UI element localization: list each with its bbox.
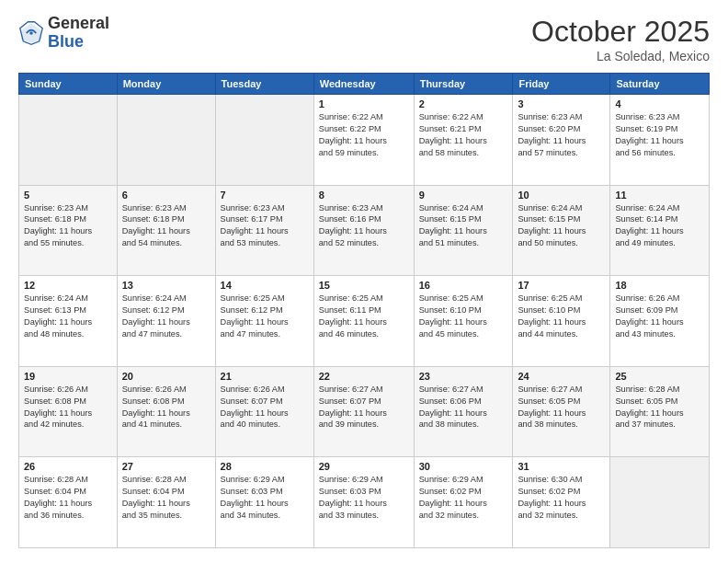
- calendar-cell: 31Sunrise: 6:30 AM Sunset: 6:02 PM Dayli…: [513, 457, 610, 548]
- weekday-header-row: SundayMondayTuesdayWednesdayThursdayFrid…: [19, 74, 710, 95]
- weekday-header-tuesday: Tuesday: [215, 74, 313, 95]
- month-title: October 2025: [531, 15, 710, 49]
- weekday-header-thursday: Thursday: [414, 74, 513, 95]
- calendar-cell: 18Sunrise: 6:26 AM Sunset: 6:09 PM Dayli…: [610, 276, 710, 367]
- day-info: Sunrise: 6:26 AM Sunset: 6:07 PM Dayligh…: [221, 384, 309, 431]
- weekday-header-wednesday: Wednesday: [313, 74, 414, 95]
- day-number: 1: [319, 98, 409, 109]
- day-info: Sunrise: 6:24 AM Sunset: 6:14 PM Dayligh…: [615, 202, 704, 250]
- page: General Blue October 2025 La Soledad, Me…: [0, 0, 728, 563]
- day-number: 7: [221, 190, 309, 201]
- day-info: Sunrise: 6:25 AM Sunset: 6:10 PM Dayligh…: [419, 293, 508, 340]
- calendar-cell: 11Sunrise: 6:24 AM Sunset: 6:14 PM Dayli…: [610, 185, 710, 276]
- day-info: Sunrise: 6:25 AM Sunset: 6:10 PM Dayligh…: [518, 293, 605, 340]
- day-info: Sunrise: 6:29 AM Sunset: 6:02 PM Dayligh…: [419, 474, 508, 522]
- day-number: 3: [518, 98, 605, 109]
- day-number: 10: [518, 190, 605, 201]
- calendar-cell: 17Sunrise: 6:25 AM Sunset: 6:10 PM Dayli…: [513, 276, 610, 367]
- day-number: 29: [319, 461, 409, 472]
- calendar-cell: [610, 457, 710, 548]
- calendar-cell: 24Sunrise: 6:27 AM Sunset: 6:05 PM Dayli…: [513, 366, 610, 457]
- calendar-week-4: 19Sunrise: 6:26 AM Sunset: 6:08 PM Dayli…: [19, 366, 710, 457]
- svg-point-2: [29, 31, 33, 35]
- calendar-cell: 4Sunrise: 6:23 AM Sunset: 6:19 PM Daylig…: [610, 95, 710, 186]
- weekday-header-monday: Monday: [117, 74, 215, 95]
- day-number: 27: [122, 461, 210, 472]
- calendar-cell: 16Sunrise: 6:25 AM Sunset: 6:10 PM Dayli…: [414, 276, 513, 367]
- day-number: 24: [518, 371, 605, 382]
- day-number: 21: [221, 371, 309, 382]
- calendar-cell: [215, 95, 313, 186]
- day-number: 20: [122, 371, 210, 382]
- calendar-cell: 1Sunrise: 6:22 AM Sunset: 6:22 PM Daylig…: [313, 95, 414, 186]
- day-info: Sunrise: 6:28 AM Sunset: 6:04 PM Dayligh…: [24, 474, 112, 522]
- day-info: Sunrise: 6:29 AM Sunset: 6:03 PM Dayligh…: [221, 474, 309, 522]
- day-number: 11: [615, 190, 704, 201]
- day-number: 19: [24, 371, 112, 382]
- calendar-cell: [19, 95, 118, 186]
- day-info: Sunrise: 6:29 AM Sunset: 6:03 PM Dayligh…: [319, 474, 409, 522]
- weekday-header-friday: Friday: [513, 74, 610, 95]
- calendar-cell: 28Sunrise: 6:29 AM Sunset: 6:03 PM Dayli…: [215, 457, 313, 548]
- calendar-cell: 10Sunrise: 6:24 AM Sunset: 6:15 PM Dayli…: [513, 185, 610, 276]
- calendar-week-2: 5Sunrise: 6:23 AM Sunset: 6:18 PM Daylig…: [19, 185, 710, 276]
- day-info: Sunrise: 6:23 AM Sunset: 6:18 PM Dayligh…: [24, 202, 112, 250]
- day-info: Sunrise: 6:25 AM Sunset: 6:11 PM Dayligh…: [319, 293, 409, 340]
- day-number: 8: [319, 190, 409, 201]
- calendar-cell: 19Sunrise: 6:26 AM Sunset: 6:08 PM Dayli…: [19, 366, 118, 457]
- day-number: 12: [24, 280, 112, 291]
- calendar-cell: 12Sunrise: 6:24 AM Sunset: 6:13 PM Dayli…: [19, 276, 118, 367]
- calendar-cell: 9Sunrise: 6:24 AM Sunset: 6:15 PM Daylig…: [414, 185, 513, 276]
- calendar-cell: 22Sunrise: 6:27 AM Sunset: 6:07 PM Dayli…: [313, 366, 414, 457]
- logo: General Blue: [18, 15, 109, 52]
- day-info: Sunrise: 6:24 AM Sunset: 6:15 PM Dayligh…: [419, 202, 508, 250]
- day-info: Sunrise: 6:23 AM Sunset: 6:20 PM Dayligh…: [518, 111, 605, 159]
- day-number: 2: [419, 98, 508, 109]
- calendar-cell: 25Sunrise: 6:28 AM Sunset: 6:05 PM Dayli…: [610, 366, 710, 457]
- calendar-cell: 5Sunrise: 6:23 AM Sunset: 6:18 PM Daylig…: [19, 185, 118, 276]
- day-info: Sunrise: 6:30 AM Sunset: 6:02 PM Dayligh…: [518, 474, 605, 522]
- day-number: 14: [221, 280, 309, 291]
- day-info: Sunrise: 6:26 AM Sunset: 6:08 PM Dayligh…: [122, 384, 210, 431]
- calendar-cell: 26Sunrise: 6:28 AM Sunset: 6:04 PM Dayli…: [19, 457, 118, 548]
- calendar-cell: 30Sunrise: 6:29 AM Sunset: 6:02 PM Dayli…: [414, 457, 513, 548]
- calendar-cell: 2Sunrise: 6:22 AM Sunset: 6:21 PM Daylig…: [414, 95, 513, 186]
- calendar-cell: 14Sunrise: 6:25 AM Sunset: 6:12 PM Dayli…: [215, 276, 313, 367]
- day-info: Sunrise: 6:23 AM Sunset: 6:17 PM Dayligh…: [221, 202, 309, 250]
- calendar-week-1: 1Sunrise: 6:22 AM Sunset: 6:22 PM Daylig…: [19, 95, 710, 186]
- day-info: Sunrise: 6:22 AM Sunset: 6:22 PM Dayligh…: [319, 111, 409, 159]
- calendar-week-3: 12Sunrise: 6:24 AM Sunset: 6:13 PM Dayli…: [19, 276, 710, 367]
- calendar-cell: [117, 95, 215, 186]
- day-info: Sunrise: 6:26 AM Sunset: 6:09 PM Dayligh…: [615, 293, 704, 340]
- calendar-cell: 15Sunrise: 6:25 AM Sunset: 6:11 PM Dayli…: [313, 276, 414, 367]
- calendar-cell: 20Sunrise: 6:26 AM Sunset: 6:08 PM Dayli…: [117, 366, 215, 457]
- calendar-cell: 29Sunrise: 6:29 AM Sunset: 6:03 PM Dayli…: [313, 457, 414, 548]
- day-number: 4: [615, 98, 704, 109]
- day-info: Sunrise: 6:26 AM Sunset: 6:08 PM Dayligh…: [24, 384, 112, 431]
- day-number: 16: [419, 280, 508, 291]
- calendar-cell: 21Sunrise: 6:26 AM Sunset: 6:07 PM Dayli…: [215, 366, 313, 457]
- day-number: 23: [419, 371, 508, 382]
- day-info: Sunrise: 6:27 AM Sunset: 6:05 PM Dayligh…: [518, 384, 605, 431]
- calendar-table: SundayMondayTuesdayWednesdayThursdayFrid…: [18, 73, 710, 548]
- day-info: Sunrise: 6:28 AM Sunset: 6:04 PM Dayligh…: [122, 474, 210, 522]
- day-number: 9: [419, 190, 508, 201]
- header: General Blue October 2025 La Soledad, Me…: [18, 15, 710, 63]
- calendar-cell: 13Sunrise: 6:24 AM Sunset: 6:12 PM Dayli…: [117, 276, 215, 367]
- day-number: 13: [122, 280, 210, 291]
- day-info: Sunrise: 6:27 AM Sunset: 6:07 PM Dayligh…: [319, 384, 409, 431]
- day-info: Sunrise: 6:25 AM Sunset: 6:12 PM Dayligh…: [221, 293, 309, 340]
- day-number: 18: [615, 280, 704, 291]
- title-block: October 2025 La Soledad, Mexico: [531, 15, 710, 63]
- day-info: Sunrise: 6:23 AM Sunset: 6:19 PM Dayligh…: [615, 111, 704, 159]
- day-number: 17: [518, 280, 605, 291]
- day-info: Sunrise: 6:28 AM Sunset: 6:05 PM Dayligh…: [615, 384, 704, 431]
- day-info: Sunrise: 6:23 AM Sunset: 6:16 PM Dayligh…: [319, 202, 409, 250]
- calendar-cell: 8Sunrise: 6:23 AM Sunset: 6:16 PM Daylig…: [313, 185, 414, 276]
- day-number: 5: [24, 190, 112, 201]
- calendar-cell: 27Sunrise: 6:28 AM Sunset: 6:04 PM Dayli…: [117, 457, 215, 548]
- day-number: 28: [221, 461, 309, 472]
- day-number: 22: [319, 371, 409, 382]
- calendar-cell: 6Sunrise: 6:23 AM Sunset: 6:18 PM Daylig…: [117, 185, 215, 276]
- calendar-week-5: 26Sunrise: 6:28 AM Sunset: 6:04 PM Dayli…: [19, 457, 710, 548]
